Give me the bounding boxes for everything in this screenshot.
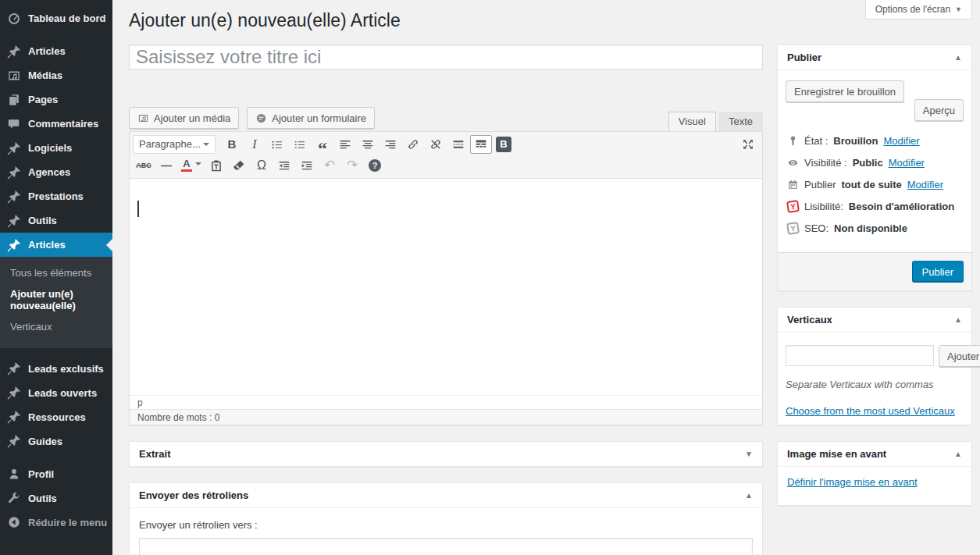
add-media-button[interactable]: Ajouter un média	[129, 107, 239, 129]
numbered-list-icon	[293, 137, 307, 151]
italic-button[interactable]: I	[244, 135, 265, 154]
toggle-close-icon[interactable]: ▲	[745, 492, 753, 500]
numbered-list-button[interactable]	[289, 135, 311, 154]
sidebar-item-articles-current[interactable]: Articles	[0, 233, 112, 257]
toggle-close-icon[interactable]: ▲	[954, 316, 962, 324]
excerpt-box: Extrait ▼	[129, 441, 763, 467]
horizontal-rule-button[interactable]: —	[155, 156, 177, 175]
toggle-open-icon[interactable]: ▼	[745, 450, 753, 458]
editor-element-path: p	[130, 395, 762, 409]
sidebar-item-collapse-menu[interactable]: Réduire le menu	[0, 511, 112, 535]
sidebar-item-commentaires[interactable]: Commentaires	[0, 112, 112, 136]
blockquote-button[interactable]: “	[312, 135, 333, 154]
sidebar-item-leads-ouverts[interactable]: Leads ouverts	[0, 381, 112, 405]
submenu-item-verticaux[interactable]: Verticaux	[0, 317, 106, 338]
submenu-item-add-new[interactable]: Ajouter un(e) nouveau(elle)	[0, 284, 106, 317]
wordpress-admin-page: Tableau de bord Articles Médias Pages Co…	[0, 0, 980, 555]
undo-button[interactable]: ↶	[319, 156, 340, 175]
sidebar-item-ressources[interactable]: Ressources	[0, 405, 112, 429]
indent-button[interactable]	[296, 156, 318, 175]
unlink-icon	[429, 137, 443, 151]
pushpin-icon	[7, 44, 21, 59]
trackback-url-input[interactable]	[139, 538, 753, 555]
user-icon	[7, 467, 21, 481]
tab-text[interactable]: Texte	[718, 112, 763, 131]
publish-box-header[interactable]: Publier ▲	[778, 45, 971, 70]
chevron-down-icon	[203, 143, 209, 149]
special-character-button[interactable]: Ω	[251, 156, 273, 175]
tab-visual[interactable]: Visuel	[668, 112, 716, 131]
sidebar-item-agences[interactable]: Agences	[0, 160, 112, 184]
text-color-button[interactable]: A	[178, 156, 205, 175]
media-icon	[137, 112, 149, 124]
eye-icon	[787, 157, 799, 169]
custom-b-button[interactable]: B	[493, 135, 515, 154]
pushpin-icon	[7, 386, 21, 400]
add-verticaux-button[interactable]: Ajouter	[939, 345, 980, 367]
pushpin-icon	[7, 361, 21, 375]
toggle-close-icon[interactable]: ▲	[954, 54, 962, 62]
verticaux-hint: Separate Verticaux with commas	[786, 379, 964, 390]
post-title-input[interactable]	[129, 44, 763, 69]
preview-button[interactable]: Aperçu	[914, 99, 964, 121]
sidebar-item-outils-cpt[interactable]: Outils	[0, 208, 112, 233]
outdent-button[interactable]	[273, 156, 295, 175]
featured-image-box-header[interactable]: Image mise en avant ▲	[778, 442, 971, 467]
align-left-icon	[338, 137, 352, 151]
align-center-button[interactable]	[357, 135, 379, 154]
submenu-item-all-items[interactable]: Tous les éléments	[0, 263, 106, 284]
articles-submenu: Tous les éléments Ajouter un(e) nouveau(…	[0, 257, 112, 348]
sidebar-separator	[0, 348, 112, 357]
sidebar-item-articles[interactable]: Articles	[0, 39, 112, 63]
excerpt-box-header[interactable]: Extrait ▼	[130, 442, 762, 466]
clear-formatting-button[interactable]	[228, 156, 250, 175]
sidebar-item-prestations[interactable]: Prestations	[0, 184, 112, 208]
sidebar-item-leads-exclusifs[interactable]: Leads exclusifs	[0, 357, 112, 381]
verticaux-box: Verticaux ▲ Ajouter Separate Verticaux w…	[777, 307, 972, 425]
sidebar-item-dashboard[interactable]: Tableau de bord	[0, 6, 112, 30]
align-right-button[interactable]	[380, 135, 401, 154]
bold-button[interactable]: B	[221, 135, 243, 154]
sidebar-item-outils[interactable]: Outils	[0, 486, 112, 511]
add-form-button[interactable]: Ajouter un formulaire	[247, 107, 375, 129]
sidebar-item-profil[interactable]: Profil	[0, 462, 112, 486]
help-button[interactable]: ?	[364, 156, 386, 175]
edit-schedule-link[interactable]: Modifier	[907, 179, 943, 190]
editor-toolbar: Paragraphe... B I “	[130, 132, 762, 179]
redo-button[interactable]: ↷	[341, 156, 363, 175]
insert-link-button[interactable]	[402, 135, 424, 154]
trackbacks-box-header[interactable]: Envoyer des rétroliens ▲	[130, 483, 762, 508]
pushpin-icon	[7, 141, 21, 155]
edit-status-link[interactable]: Modifier	[883, 135, 919, 147]
screen-options-button[interactable]: Options de l'écran ▼	[865, 0, 972, 20]
align-left-button[interactable]	[334, 135, 356, 154]
toggle-close-icon[interactable]: ▲	[954, 450, 962, 458]
form-icon	[255, 112, 267, 124]
save-draft-button[interactable]: Enregistrer le brouillon	[786, 80, 904, 102]
toolbar-toggle-button[interactable]	[470, 135, 492, 154]
sidebar-item-medias[interactable]: Médias	[0, 63, 112, 87]
word-count: Nombre de mots : 0	[130, 409, 762, 425]
read-more-button[interactable]	[447, 135, 469, 154]
verticaux-box-header[interactable]: Verticaux ▲	[778, 308, 971, 333]
eraser-icon	[232, 158, 246, 173]
verticaux-input[interactable]	[786, 345, 934, 366]
sidebar-item-guides[interactable]: Guides	[0, 429, 112, 454]
set-featured-image-link[interactable]: Définir l'image mise en avant	[787, 476, 918, 488]
editor-content-area[interactable]	[130, 179, 762, 395]
pushpin-icon	[7, 190, 21, 204]
paste-as-text-button[interactable]	[205, 156, 227, 175]
sidebar-item-logiciels[interactable]: Logiciels	[0, 136, 112, 160]
paragraph-format-select[interactable]: Paragraphe...	[133, 135, 216, 154]
bulleted-list-button[interactable]	[266, 135, 288, 154]
edit-visibility-link[interactable]: Modifier	[889, 157, 925, 169]
dashboard-icon	[7, 12, 21, 26]
schedule-row: Publier tout de suite Modifier	[787, 179, 962, 190]
fullscreen-button[interactable]	[737, 135, 759, 154]
choose-most-used-link[interactable]: Choose from the most used Verticaux	[786, 405, 955, 417]
readability-row: Y Lisibilité: Besoin d'amélioration	[787, 201, 962, 212]
sidebar-item-pages[interactable]: Pages	[0, 87, 112, 112]
strikethrough-button[interactable]: ABC	[133, 156, 155, 175]
remove-link-button[interactable]	[425, 135, 447, 154]
publish-button[interactable]: Publier	[912, 261, 964, 283]
